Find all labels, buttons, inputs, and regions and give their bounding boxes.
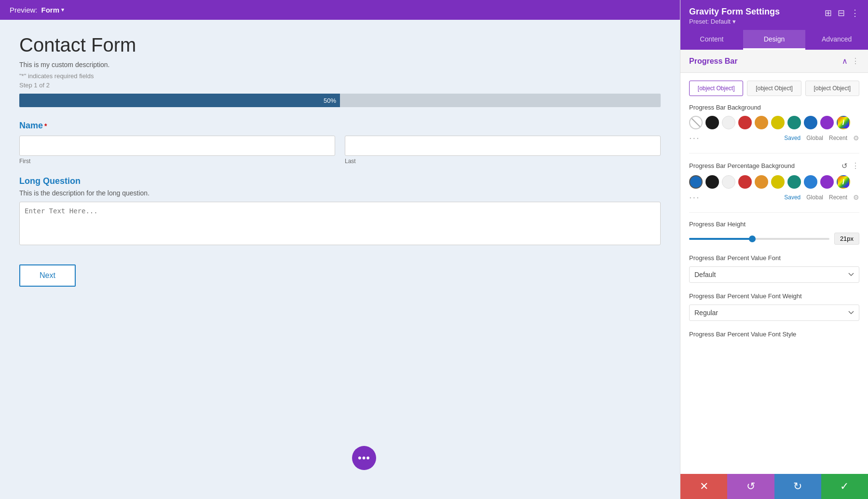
panel-screenshot-icon[interactable]: ⊞ [825, 8, 832, 18]
weight-select[interactable]: Regular Bold Light Italic [689, 305, 859, 321]
progress-bar-fill: 50% [19, 94, 340, 107]
next-button[interactable]: Next [19, 264, 76, 287]
long-question-group: Long Question This is the description fo… [19, 176, 661, 247]
pct-saved-link[interactable]: Saved [784, 194, 800, 201]
color-swatch-orange[interactable] [755, 116, 768, 129]
pct-bg-color-row: / [689, 175, 859, 189]
form-description: This is my custom description. [19, 61, 661, 69]
pct-global-link[interactable]: Global [806, 194, 823, 201]
pct-color-red[interactable] [738, 175, 752, 189]
cancel-button[interactable]: ✕ [680, 474, 727, 499]
pct-bg-reset-icon[interactable]: ↺ [841, 162, 848, 170]
required-star: * [44, 122, 47, 130]
form-name-selector[interactable]: Form ▾ [41, 6, 65, 14]
section-more-icon[interactable]: ⋮ [852, 56, 859, 66]
bg-color-meta: ··· Saved Global Recent ⚙ [689, 132, 859, 143]
pct-color-purple[interactable] [820, 175, 834, 189]
first-label: First [19, 158, 335, 165]
color-swatch-teal[interactable] [787, 116, 801, 129]
pct-color-yellow[interactable] [771, 175, 785, 189]
redo-button[interactable]: ↻ [774, 474, 821, 499]
section-header-icons: ∧ ⋮ [842, 56, 859, 66]
saved-link[interactable]: Saved [784, 135, 800, 141]
pct-color-teal[interactable] [787, 175, 801, 189]
next-button-section: Next [19, 257, 661, 294]
color-swatch-white[interactable] [722, 116, 735, 129]
pct-recent-link[interactable]: Recent [829, 194, 847, 201]
panel-preset[interactable]: Preset: Default ▾ [689, 18, 780, 25]
form-name-chevron[interactable]: ▾ [61, 7, 64, 13]
height-row: 21px [689, 233, 859, 245]
name-inputs-row: First Last [19, 136, 661, 165]
style-group: Progress Bar Percent Value Font Style [689, 331, 859, 338]
pct-color-blue-selected[interactable] [689, 175, 703, 189]
section-title: Progress Bar [689, 57, 738, 66]
fab-button[interactable]: ••• [352, 446, 376, 470]
height-group: Progress Bar Height 21px [689, 221, 859, 245]
progress-bar-bg-group: Progress Bar Background / ··· Sav [689, 104, 859, 143]
progress-bar-container: 50% [19, 94, 661, 107]
pct-bg-color-meta: ··· Saved Global Recent ⚙ [689, 192, 859, 203]
pct-color-black[interactable] [705, 175, 719, 189]
pct-color-dots[interactable]: ··· [689, 192, 700, 203]
first-name-field: First [19, 136, 335, 165]
weight-label: Progress Bar Percent Value Font Weight [689, 292, 859, 300]
first-name-input[interactable] [19, 136, 335, 156]
pct-bg-label: Progress Bar Percentage Background [689, 162, 795, 169]
color-swatch-purple[interactable] [820, 116, 834, 129]
color-dots[interactable]: ··· [689, 132, 700, 143]
name-label: Name * [19, 121, 661, 131]
color-swatch-blue[interactable] [804, 116, 817, 129]
color-swatch-custom[interactable]: / [837, 116, 850, 129]
color-swatch-red[interactable] [738, 116, 752, 129]
save-button[interactable]: ✓ [821, 474, 868, 499]
panel-more-icon[interactable]: ⋮ [851, 8, 859, 18]
object-tab-2[interactable]: [object Object] [805, 81, 859, 96]
global-link[interactable]: Global [806, 135, 823, 141]
long-question-textarea[interactable] [19, 202, 661, 245]
pct-color-settings-icon[interactable]: ⚙ [853, 194, 859, 201]
color-swatch-yellow[interactable] [771, 116, 785, 129]
form-preview: Contact Form This is my custom descripti… [0, 20, 680, 499]
font-select[interactable]: Default Arial Georgia Verdana [689, 266, 859, 283]
pct-color-custom[interactable]: / [837, 175, 850, 189]
pct-bg-more-icon[interactable]: ⋮ [852, 161, 859, 170]
object-tab-1[interactable]: [object Object] [747, 81, 801, 96]
object-tabs-row: [object Object] [object Object] [object … [689, 81, 859, 96]
pct-bg-group: Progress Bar Percentage Background ↺ ⋮ [689, 161, 859, 203]
tab-design[interactable]: Design [743, 30, 806, 50]
progress-bar-text: 50% [324, 97, 336, 104]
long-question-label: Long Question [19, 176, 661, 186]
weight-group: Progress Bar Percent Value Font Weight R… [689, 292, 859, 321]
panel-title: Gravity Form Settings [689, 7, 780, 17]
bg-color-row: / [689, 116, 859, 129]
object-tab-0[interactable]: [object Object] [689, 81, 743, 96]
color-swatch-transparent[interactable] [689, 116, 703, 129]
undo-button[interactable]: ↺ [727, 474, 774, 499]
pct-color-blue2[interactable] [804, 175, 817, 189]
last-label: Last [345, 158, 661, 165]
color-settings-icon[interactable]: ⚙ [853, 134, 859, 142]
last-name-input[interactable] [345, 136, 661, 156]
settings-panel: Gravity Form Settings Preset: Default ▾ … [680, 0, 868, 499]
tab-advanced[interactable]: Advanced [805, 30, 868, 50]
font-label: Progress Bar Percent Value Font [689, 254, 859, 262]
tab-content[interactable]: Content [680, 30, 743, 50]
bottom-action-bar: ✕ ↺ ↻ ✓ [680, 474, 868, 499]
height-slider[interactable] [689, 238, 829, 240]
height-value[interactable]: 21px [834, 233, 859, 245]
section-collapse-icon[interactable]: ∧ [842, 56, 848, 66]
panel-body: Progress Bar ∧ ⋮ [object Object] [object… [680, 50, 868, 474]
pct-color-orange[interactable] [755, 175, 768, 189]
font-group: Progress Bar Percent Value Font Default … [689, 254, 859, 283]
preview-bar: Preview: Form ▾ [0, 0, 680, 20]
height-label: Progress Bar Height [689, 221, 859, 228]
preview-label: Preview: [10, 6, 38, 14]
recent-link[interactable]: Recent [829, 135, 847, 141]
pct-color-white[interactable] [722, 175, 735, 189]
name-field-group: Name * First Last [19, 121, 661, 165]
required-note: "*" indicates required fields [19, 72, 661, 80]
panel-layout-icon[interactable]: ⊟ [838, 8, 845, 18]
step-indicator: Step 1 of 2 [19, 82, 661, 89]
color-swatch-black[interactable] [705, 116, 719, 129]
